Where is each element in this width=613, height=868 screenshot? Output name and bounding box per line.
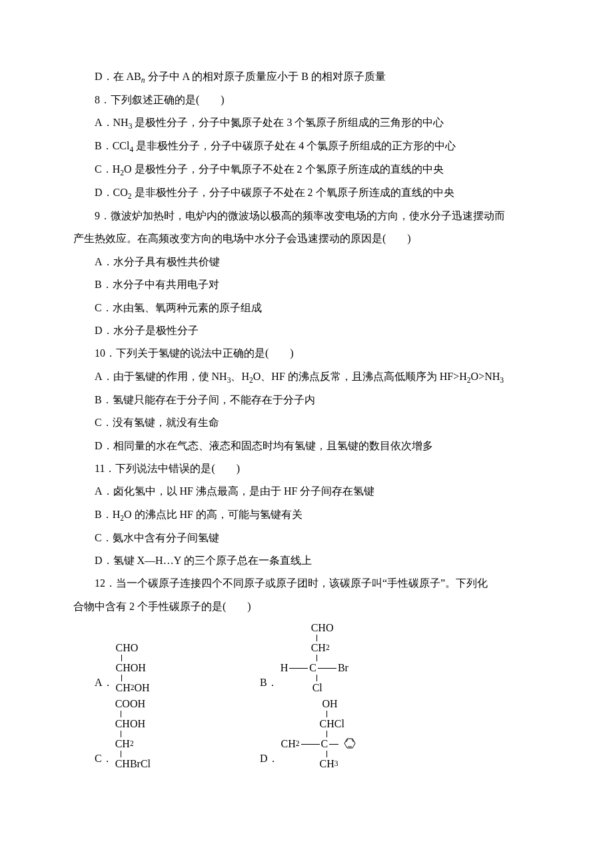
text: B．CCl bbox=[95, 140, 129, 151]
chem-text: CHO bbox=[116, 643, 139, 653]
text: O、HF 的沸点反常，且沸点高低顺序为 HF>H bbox=[253, 371, 467, 382]
text: O 的沸点比 HF 的高，可能与氢键有关 bbox=[124, 509, 303, 520]
question-12-options-row-2: C． COOH CHOH CH2 CHBrCl D． OH CHCl CH2C … bbox=[73, 698, 540, 770]
option-letter: D． bbox=[260, 747, 281, 770]
text: A．NH bbox=[95, 117, 129, 128]
question-10-option-a: A．由于氢键的作用，使 NH3、H2O、HF 的沸点反常，且沸点高低顺序为 HF… bbox=[73, 365, 540, 389]
question-8-option-d: D．CO2 是非极性分子，分子中碳原子不处在 2 个氧原子所连成的直线的中央 bbox=[73, 181, 540, 205]
chem-text: CH bbox=[311, 643, 326, 653]
subscript: 3 bbox=[334, 760, 338, 768]
question-8-option-a: A．NH3 是极性分子，分子中氮原子处在 3 个氢原子所组成的三角形的中心 bbox=[73, 111, 540, 135]
text: B．H bbox=[95, 509, 120, 520]
subscript: 2 bbox=[130, 740, 134, 748]
question-9-option-b: B．水分子中有共用电子对 bbox=[73, 273, 540, 296]
text: 是极性分子，分子中氮原子处在 3 个氢原子所组成的三角形的中心 bbox=[132, 117, 444, 128]
chem-text: CH bbox=[320, 759, 334, 769]
question-12-option-d: D． OH CHCl CH2C CH3 bbox=[260, 698, 460, 770]
chem-text: CH bbox=[115, 739, 130, 749]
text: 12．当一个碳原子连接四个不同原子或原子团时，该碳原子叫“手性碳原子”。下列化 bbox=[95, 577, 488, 589]
chem-structure-c: COOH CHOH CH2 CHBrCl bbox=[115, 698, 151, 770]
chem-structure-a: CHO CHOH CH2OH bbox=[116, 642, 150, 694]
option-letter: C． bbox=[95, 747, 115, 770]
chem-text: H bbox=[281, 663, 289, 673]
text: D．氢键 X—H…Y 的三个原子总在一条直线上 bbox=[95, 555, 312, 566]
chem-structure-b: CHO CH2 HCBr Cl bbox=[281, 622, 348, 694]
question-8-option-b: B．CCl4 是非极性分子，分子中碳原子处在 4 个氯原子所组成的正方形的中心 bbox=[73, 135, 540, 158]
prev-question-option-d: D．在 ABn 分子中 A 的相对原子质量应小于 B 的相对原子质量 bbox=[73, 65, 540, 89]
question-10-option-b: B．氢键只能存在于分子间，不能存在于分子内 bbox=[73, 389, 540, 411]
chem-text: CH bbox=[116, 683, 131, 693]
text: D．在 AB bbox=[95, 71, 141, 82]
text: 11．下列说法中错误的是( ) bbox=[95, 463, 240, 474]
question-9-stem-line2: 产生热效应。在高频改变方向的电场中水分子会迅速摆动的原因是( ) bbox=[73, 227, 540, 250]
chem-structure-d: OH CHCl CH2C CH3 bbox=[281, 698, 356, 770]
chem-text: OH bbox=[322, 699, 338, 709]
text: 是非极性分子，分子中碳原子处在 4 个氯原子所组成的正方形的中心 bbox=[133, 140, 456, 151]
question-10-stem: 10．下列关于氢键的说法中正确的是( ) bbox=[73, 342, 540, 365]
text: D．CO bbox=[95, 187, 128, 198]
text: 分子中 A 的相对原子质量应小于 B 的相对原子质量 bbox=[145, 71, 386, 82]
question-11-option-a: A．卤化氢中，以 HF 沸点最高，是由于 HF 分子间存在氢键 bbox=[73, 480, 540, 503]
text: O>NH bbox=[471, 371, 500, 382]
chem-text: Cl bbox=[312, 683, 322, 693]
chem-text: Br bbox=[338, 663, 348, 673]
subscript: 3 bbox=[500, 376, 504, 384]
text: 8．下列叙述正确的是( ) bbox=[95, 94, 225, 105]
text: 9．微波炉加热时，电炉内的微波场以极高的频率改变电场的方向，使水分子迅速摆动而 bbox=[95, 210, 505, 221]
text: C．没有氢键，就没有生命 bbox=[95, 417, 219, 428]
chem-text: COOH bbox=[115, 699, 145, 709]
question-8-stem: 8．下列叙述正确的是( ) bbox=[73, 89, 540, 111]
text: 、H bbox=[231, 371, 249, 382]
chem-text: CHBrCl bbox=[115, 759, 151, 769]
text: 合物中含有 2 个手性碳原子的是( ) bbox=[73, 601, 251, 612]
text: A．卤化氢中，以 HF 沸点最高，是由于 HF 分子间存在氢键 bbox=[95, 485, 374, 497]
subscript: 2 bbox=[326, 644, 330, 652]
question-11-stem: 11．下列说法中错误的是( ) bbox=[73, 457, 540, 480]
question-11-option-b: B．H2O 的沸点比 HF 的高，可能与氢键有关 bbox=[73, 503, 540, 527]
question-9-option-d: D．水分子是极性分子 bbox=[73, 319, 540, 342]
question-11-option-d: D．氢键 X—H…Y 的三个原子总在一条直线上 bbox=[73, 549, 540, 572]
text: C．氨水中含有分子间氢键 bbox=[95, 532, 219, 543]
text: C．H bbox=[95, 163, 120, 175]
text: C．水由氢、氧两种元素的原子组成 bbox=[95, 302, 262, 313]
question-12-stem-line2: 合物中含有 2 个手性碳原子的是( ) bbox=[73, 595, 540, 618]
benzene-ring-icon bbox=[341, 737, 356, 752]
chem-text: CHO bbox=[311, 623, 334, 633]
text: 产生热效应。在高频改变方向的电场中水分子会迅速摆动的原因是( ) bbox=[73, 233, 411, 244]
question-9-stem-line1: 9．微波炉加热时，电炉内的微波场以极高的频率改变电场的方向，使水分子迅速摆动而 bbox=[73, 205, 540, 227]
chem-text: CH bbox=[281, 739, 296, 749]
subscript: 2 bbox=[296, 740, 300, 748]
text: 是非极性分子，分子中碳原子不处在 2 个氧原子所连成的直线的中央 bbox=[132, 187, 454, 198]
text: B．氢键只能存在于分子间，不能存在于分子内 bbox=[95, 394, 315, 405]
option-letter: B． bbox=[260, 671, 281, 694]
text: A．水分子具有极性共价键 bbox=[95, 256, 220, 267]
question-10-option-d: D．相同量的水在气态、液态和固态时均有氢键，且氢键的数目依次增多 bbox=[73, 435, 540, 457]
chem-text: C bbox=[321, 739, 328, 749]
chem-text: CHOH bbox=[116, 663, 146, 673]
question-9-option-a: A．水分子具有极性共价键 bbox=[73, 251, 540, 273]
text: D．水分子是极性分子 bbox=[95, 325, 199, 336]
question-10-option-c: C．没有氢键，就没有生命 bbox=[73, 411, 540, 434]
question-8-option-c: C．H2O 是极性分子，分子中氧原子不处在 2 个氢原子所连成的直线的中央 bbox=[73, 158, 540, 181]
question-12-options-row-1: A． CHO CHOH CH2OH B． CHO CH2 HCBr Cl bbox=[73, 622, 540, 694]
text: O 是极性分子，分子中氧原子不处在 2 个氢原子所连成的直线的中央 bbox=[124, 163, 444, 175]
option-letter: A． bbox=[95, 671, 116, 694]
chem-text: CHCl bbox=[320, 719, 344, 729]
question-12-option-b: B． CHO CH2 HCBr Cl bbox=[260, 622, 460, 694]
question-11-option-c: C．氨水中含有分子间氢键 bbox=[73, 527, 540, 549]
chem-text: CHOH bbox=[115, 719, 145, 729]
chem-text: OH bbox=[135, 683, 150, 693]
text: D．相同量的水在气态、液态和固态时均有氢键，且氢键的数目依次增多 bbox=[95, 440, 433, 451]
chem-text: C bbox=[309, 663, 316, 673]
question-12-option-c: C． COOH CHOH CH2 CHBrCl bbox=[73, 698, 260, 770]
question-9-option-c: C．水由氢、氧两种元素的原子组成 bbox=[73, 297, 540, 319]
text: B．水分子中有共用电子对 bbox=[95, 279, 219, 290]
text: A．由于氢键的作用，使 NH bbox=[95, 371, 227, 382]
question-12-option-a: A． CHO CHOH CH2OH bbox=[73, 622, 260, 694]
question-12-stem-line1: 12．当一个碳原子连接四个不同原子或原子团时，该碳原子叫“手性碳原子”。下列化 bbox=[73, 572, 540, 595]
text: 10．下列关于氢键的说法中正确的是( ) bbox=[95, 347, 294, 359]
